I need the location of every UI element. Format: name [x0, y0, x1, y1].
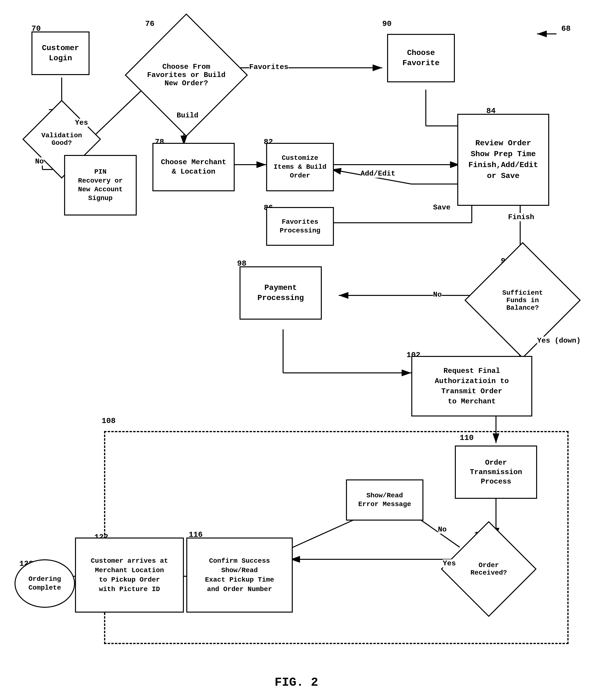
fig-caption: FIG. 2: [254, 675, 339, 689]
no-label-funds: No: [433, 291, 442, 299]
no-label-validation: No: [35, 157, 44, 165]
show-error-node: Show/ReadError Message: [346, 479, 423, 521]
choose-merchant-node: Choose Merchant& Location: [152, 143, 235, 191]
yes-label-order: Yes: [443, 559, 456, 567]
no-label-order: No: [438, 525, 447, 533]
favorites-processing-node: FavoritesProcessing: [266, 207, 334, 246]
request-final-auth-node: Request FinalAuthorizatioin toTransmit O…: [411, 356, 532, 416]
build-label: Build: [176, 111, 198, 120]
choose-favorites-node: Choose FromFavorites or BuildNew Order?: [143, 32, 230, 119]
pin-recovery-node: PINRecovery orNew AccountSignup: [64, 155, 137, 216]
yes-label-validation: Yes: [75, 119, 88, 127]
customer-login-node: Customer Login: [32, 32, 89, 75]
finish-label: Finish: [508, 213, 534, 221]
customer-arrives-node: Customer arrives atMerchant Locationto P…: [75, 538, 184, 613]
ref-68-arrow: [532, 27, 571, 41]
ref-90: 90: [382, 20, 391, 28]
order-received-node: OrderReceived?: [455, 535, 523, 603]
ref-108: 108: [102, 416, 116, 426]
order-transmission-node: OrderTransmissionProcess: [455, 445, 537, 499]
confirm-success-node: Confirm SuccessShow/ReadExact Pickup Tim…: [186, 538, 293, 613]
yes-label-funds: Yes (down): [537, 337, 581, 345]
add-edit-label: Add/Edit: [360, 170, 395, 178]
favorites-label: Favorites: [249, 63, 288, 71]
review-order-node: Review OrderShow Prep TimeFinish,Add/Edi…: [457, 114, 549, 206]
save-label: Save: [433, 204, 450, 212]
sufficient-funds-node: SufficientFunds inBalance?: [481, 259, 564, 341]
customize-items-node: CustomizeItems & BuildOrder: [266, 143, 334, 191]
choose-favorite-node: ChooseFavorite: [387, 34, 455, 82]
diagram-container: 70 72 74 76 78 90 82 84 86 92 98 102 108…: [0, 0, 593, 700]
ordering-complete-node: OrderingComplete: [14, 559, 75, 608]
payment-processing-node: PaymentProcessing: [240, 266, 322, 320]
ref-76: 76: [145, 20, 154, 28]
